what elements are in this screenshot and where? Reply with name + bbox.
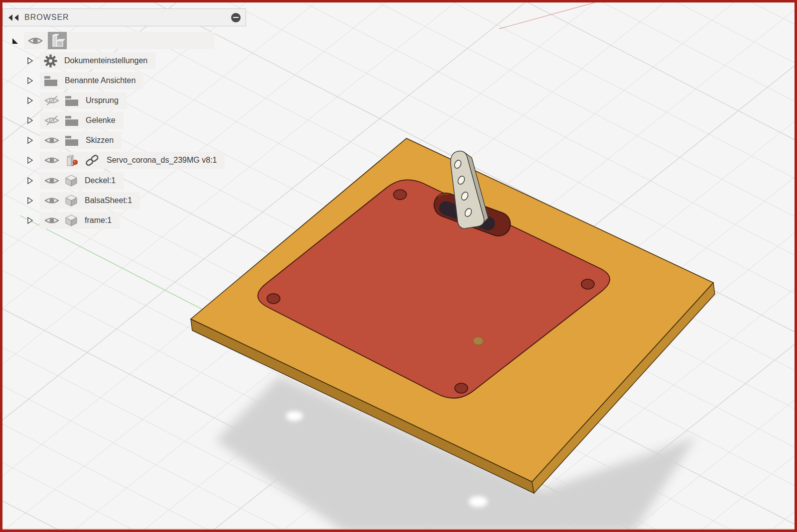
- tree-row-deckel[interactable]: Deckel:1: [26, 172, 124, 189]
- pinned-component-icon: [65, 153, 80, 167]
- shadow-light-spot: [469, 496, 488, 507]
- expanded-arrow-icon[interactable]: [11, 37, 19, 45]
- visibility-eye-icon[interactable]: [27, 35, 44, 47]
- tree-row-sketches[interactable]: Skizzen: [26, 132, 122, 149]
- visibility-eye-icon[interactable]: [44, 154, 60, 166]
- body-cube-icon: [65, 195, 78, 207]
- tree-row-balsasheet[interactable]: BalsaSheet:1: [26, 192, 140, 209]
- tree-row-named-views[interactable]: Benannte Ansichten: [26, 72, 143, 89]
- collapsed-arrow-icon[interactable]: [26, 136, 34, 144]
- collapsed-arrow-icon[interactable]: [26, 197, 34, 205]
- collapsed-arrow-icon[interactable]: [26, 97, 34, 105]
- folder-icon: [44, 76, 58, 86]
- folder-icon: [65, 96, 79, 106]
- tree-root-row[interactable]: Support_servos_aile v27: [11, 32, 213, 49]
- component-assembly-icon: [48, 32, 67, 49]
- tree-row-origin[interactable]: Ursprung: [26, 92, 127, 109]
- collapsed-arrow-icon[interactable]: [26, 116, 34, 124]
- visibility-eye-icon[interactable]: [44, 214, 60, 226]
- visibility-off-eye-icon[interactable]: [44, 114, 60, 126]
- panel-collapse-arrows-icon[interactable]: [8, 14, 19, 21]
- gear-icon: [44, 54, 57, 68]
- tree-item-label: Benannte Ansichten: [65, 76, 135, 85]
- tree-item-label: Skizzen: [86, 136, 114, 145]
- minus-circle-icon[interactable]: [231, 13, 241, 22]
- visibility-eye-icon[interactable]: [44, 134, 60, 146]
- tree-row-servo-component[interactable]: Servo_corona_ds_239MG v8:1: [26, 152, 225, 169]
- tree-row-document-settings[interactable]: Dokumenteinstellungen: [26, 52, 155, 69]
- folder-icon: [65, 135, 79, 146]
- visibility-eye-icon[interactable]: [44, 195, 60, 207]
- tree-row-joints[interactable]: Gelenke: [26, 112, 124, 129]
- collapsed-arrow-icon[interactable]: [26, 156, 34, 164]
- browser-panel-header: BROWSER: [2, 8, 246, 26]
- tree-item-label: Servo_corona_ds_239MG v8:1: [107, 156, 217, 165]
- collapsed-arrow-icon[interactable]: [26, 77, 34, 85]
- folder-icon: [65, 115, 79, 126]
- visibility-eye-icon[interactable]: [44, 175, 60, 187]
- tree-row-frame[interactable]: frame:1: [26, 212, 120, 229]
- link-chain-icon: [85, 154, 100, 167]
- collapsed-arrow-icon[interactable]: [26, 57, 34, 65]
- panel-title: BROWSER: [24, 13, 231, 22]
- collapsed-arrow-icon[interactable]: [26, 216, 34, 224]
- tree-item-label: Gelenke: [86, 116, 116, 125]
- tree-item-label: Ursprung: [86, 96, 119, 105]
- tree-item-label: BalsaSheet:1: [85, 196, 132, 205]
- body-cube-icon: [65, 175, 78, 187]
- tree-item-label: Deckel:1: [85, 176, 116, 185]
- shadow-light-spot: [286, 411, 303, 421]
- cover-center-hole: [473, 337, 483, 345]
- tree-item-label: Dokumenteinstellungen: [64, 56, 147, 65]
- tree-item-label: frame:1: [85, 216, 112, 225]
- visibility-off-eye-icon[interactable]: [44, 95, 60, 106]
- collapsed-arrow-icon[interactable]: [26, 177, 34, 185]
- body-cube-icon: [65, 214, 78, 226]
